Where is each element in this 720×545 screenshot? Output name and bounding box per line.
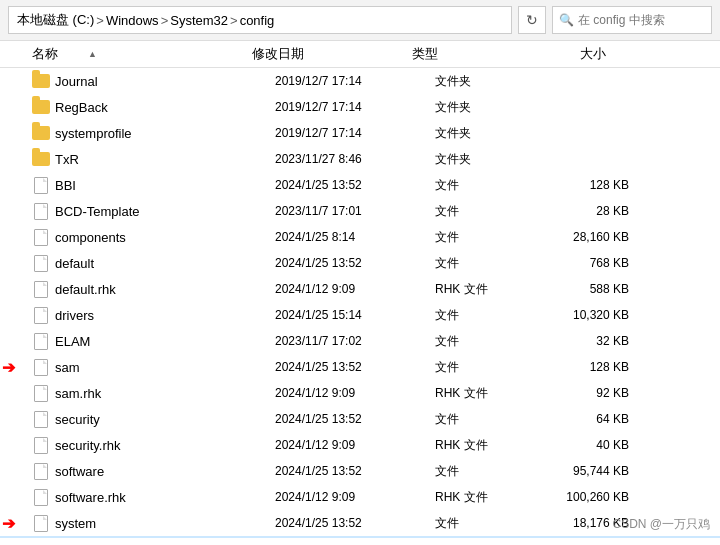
file-size: 10,320 KB	[545, 308, 645, 322]
table-row[interactable]: BBI2024/1/25 13:52文件128 KB	[0, 172, 720, 198]
breadcrumb-config: config	[240, 13, 275, 28]
file-icon	[32, 176, 50, 194]
file-size: 128 KB	[545, 360, 645, 374]
file-date: 2019/12/7 17:14	[275, 126, 435, 140]
search-icon: 🔍	[559, 13, 574, 27]
table-row[interactable]: default2024/1/25 13:52文件768 KB	[0, 250, 720, 276]
file-date: 2023/11/27 8:46	[275, 152, 435, 166]
file-name: default.rhk	[55, 282, 275, 297]
file-icon	[32, 488, 50, 506]
breadcrumb[interactable]: 本地磁盘 (C:) > Windows > System32 > config	[8, 6, 512, 34]
file-date: 2024/1/25 13:52	[275, 464, 435, 478]
file-type: 文件夹	[435, 125, 545, 142]
file-icon	[32, 254, 50, 272]
file-icon	[32, 358, 50, 376]
table-row[interactable]: components2024/1/25 8:14文件28,160 KB	[0, 224, 720, 250]
table-row[interactable]: BCD-Template2023/11/7 17:01文件28 KB	[0, 198, 720, 224]
folder-icon	[32, 124, 50, 142]
file-type: 文件	[435, 463, 545, 480]
table-row[interactable]: ➔sam2024/1/25 13:52文件128 KB	[0, 354, 720, 380]
file-name: security.rhk	[55, 438, 275, 453]
watermark: CSDN @一万只鸡	[612, 516, 710, 533]
file-name: BBI	[55, 178, 275, 193]
table-row[interactable]: Journal2019/12/7 17:14文件夹	[0, 68, 720, 94]
breadcrumb-drive: 本地磁盘 (C:)	[17, 11, 94, 29]
file-type: RHK 文件	[435, 385, 545, 402]
file-size: 92 KB	[545, 386, 645, 400]
table-row[interactable]: systemprofile2019/12/7 17:14文件夹	[0, 120, 720, 146]
file-name: RegBack	[55, 100, 275, 115]
file-icon	[32, 280, 50, 298]
file-date: 2024/1/25 8:14	[275, 230, 435, 244]
table-row[interactable]: default.rhk2024/1/12 9:09RHK 文件588 KB	[0, 276, 720, 302]
file-date: 2019/12/7 17:14	[275, 74, 435, 88]
col-header-type[interactable]: 类型	[412, 45, 522, 63]
file-type: 文件	[435, 307, 545, 324]
file-name: sam.rhk	[55, 386, 275, 401]
file-icon	[32, 410, 50, 428]
file-type: 文件	[435, 203, 545, 220]
refresh-button[interactable]: ↻	[518, 6, 546, 34]
file-list: Journal2019/12/7 17:14文件夹RegBack2019/12/…	[0, 68, 720, 538]
search-input[interactable]	[578, 13, 698, 27]
file-name: security	[55, 412, 275, 427]
file-date: 2024/1/25 13:52	[275, 256, 435, 270]
file-size: 100,260 KB	[545, 490, 645, 504]
file-icon	[32, 228, 50, 246]
breadcrumb-system32: System32	[170, 13, 228, 28]
file-type: 文件夹	[435, 151, 545, 168]
file-size: 95,744 KB	[545, 464, 645, 478]
file-size: 64 KB	[545, 412, 645, 426]
arrow-indicator: ➔	[2, 358, 15, 377]
file-name: default	[55, 256, 275, 271]
file-name: TxR	[55, 152, 275, 167]
file-icon	[32, 514, 50, 532]
file-name: software.rhk	[55, 490, 275, 505]
table-row[interactable]: security.rhk2024/1/12 9:09RHK 文件40 KB	[0, 432, 720, 458]
col-header-name[interactable]: 名称	[32, 45, 252, 63]
folder-icon	[32, 98, 50, 116]
file-name: sam	[55, 360, 275, 375]
col-header-date[interactable]: 修改日期	[252, 45, 412, 63]
breadcrumb-windows: Windows	[106, 13, 159, 28]
file-type: 文件	[435, 333, 545, 350]
folder-icon	[32, 72, 50, 90]
table-row[interactable]: ELAM2023/11/7 17:02文件32 KB	[0, 328, 720, 354]
file-size: 768 KB	[545, 256, 645, 270]
file-date: 2024/1/25 13:52	[275, 412, 435, 426]
file-type: RHK 文件	[435, 281, 545, 298]
file-date: 2024/1/12 9:09	[275, 490, 435, 504]
file-size: 28 KB	[545, 204, 645, 218]
file-date: 2024/1/12 9:09	[275, 438, 435, 452]
table-row[interactable]: drivers2024/1/25 15:14文件10,320 KB	[0, 302, 720, 328]
table-row[interactable]: RegBack2019/12/7 17:14文件夹	[0, 94, 720, 120]
file-date: 2024/1/25 13:52	[275, 360, 435, 374]
file-size: 588 KB	[545, 282, 645, 296]
col-header-size[interactable]: 大小	[522, 45, 622, 63]
file-date: 2023/11/7 17:02	[275, 334, 435, 348]
file-size: 32 KB	[545, 334, 645, 348]
table-row[interactable]: TxR2023/11/27 8:46文件夹	[0, 146, 720, 172]
table-row[interactable]: sam.rhk2024/1/12 9:09RHK 文件92 KB	[0, 380, 720, 406]
search-box[interactable]: 🔍	[552, 6, 712, 34]
column-headers: ▲ 名称 修改日期 类型 大小	[0, 41, 720, 68]
file-icon	[32, 384, 50, 402]
file-size: 28,160 KB	[545, 230, 645, 244]
file-date: 2024/1/25 13:52	[275, 178, 435, 192]
table-row[interactable]: software2024/1/25 13:52文件95,744 KB	[0, 458, 720, 484]
file-icon	[32, 306, 50, 324]
file-type: 文件	[435, 515, 545, 532]
file-name: drivers	[55, 308, 275, 323]
table-row[interactable]: security2024/1/25 13:52文件64 KB	[0, 406, 720, 432]
file-date: 2024/1/12 9:09	[275, 282, 435, 296]
file-date: 2023/11/7 17:01	[275, 204, 435, 218]
table-row[interactable]: VSMIDK2023/11/14 8:52文件2 KB	[0, 536, 720, 538]
file-date: 2024/1/25 13:52	[275, 516, 435, 530]
file-icon	[32, 462, 50, 480]
file-name: Journal	[55, 74, 275, 89]
table-row[interactable]: software.rhk2024/1/12 9:09RHK 文件100,260 …	[0, 484, 720, 510]
file-icon	[32, 436, 50, 454]
file-type: 文件	[435, 359, 545, 376]
file-type: 文件夹	[435, 99, 545, 116]
address-bar: 本地磁盘 (C:) > Windows > System32 > config …	[0, 0, 720, 41]
